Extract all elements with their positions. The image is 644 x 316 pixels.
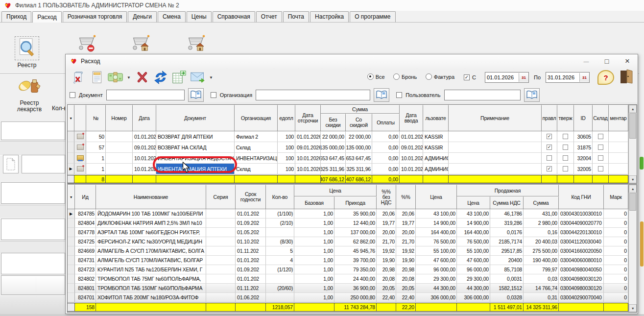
cell-id[interactable]: 824785 xyxy=(75,209,96,219)
cell-pct-bez-nds[interactable]: 21,70 xyxy=(377,237,396,246)
cancel-document-button[interactable] xyxy=(71,70,86,85)
cell-summa-nds[interactable]: 1582,1512 xyxy=(490,284,524,293)
cell-summa-nds[interactable]: 0,0176 xyxy=(490,228,524,237)
cell-srok-godnosti[interactable]: 01.01.202 xyxy=(236,274,266,284)
cell-nomer[interactable] xyxy=(106,131,133,142)
cell-podtverzh-checkbox[interactable] xyxy=(557,142,574,153)
cell-n[interactable]: 1 xyxy=(86,164,106,174)
cell-pct[interactable]: 19,92 xyxy=(396,246,416,256)
cell-id[interactable]: 824669 xyxy=(75,246,96,256)
cell-mark[interactable]: 0 xyxy=(604,256,628,265)
send-mail-dropdown-icon[interactable]: ▼ xyxy=(209,75,214,80)
cell-sklad-checkbox[interactable] xyxy=(593,153,609,164)
cell-organizaciya[interactable]: Филиал 2 xyxy=(235,131,278,142)
cell-cena[interactable]: 43 100,00 xyxy=(416,209,457,219)
cell-bazovaya[interactable]: 1,00 xyxy=(294,274,334,284)
cell-kod-gni[interactable]: 030041660020050 xyxy=(559,246,604,256)
cell-inventar[interactable] xyxy=(609,153,628,164)
close-button[interactable]: × xyxy=(617,54,638,68)
cell-pct[interactable]: 20,05 xyxy=(396,284,416,293)
cell-sklad-checkbox[interactable] xyxy=(593,142,609,153)
cell-pct[interactable]: 20,00 xyxy=(396,228,416,237)
main-tab[interactable]: О программе xyxy=(350,11,395,22)
cell-id[interactable]: 32004 xyxy=(574,153,593,164)
cell-nedopl[interactable]: 100 xyxy=(278,164,295,174)
item-row[interactable]: 824701 ХОФИТОЛ ТАБ 200МГ №180/РОЗА-ФИТОФ… xyxy=(68,293,637,302)
cell-pct-bez-nds[interactable]: 20,06 xyxy=(377,209,396,219)
cell-bazovaya[interactable]: 1,00 xyxy=(294,219,334,228)
cell-sklad-checkbox[interactable] xyxy=(593,131,609,142)
cell-srok-godnosti[interactable]: 01.09.202 xyxy=(236,219,266,228)
cell-prod-cena[interactable]: 76 500,00 xyxy=(457,237,490,246)
scope-radio-option[interactable]: Бронь xyxy=(393,73,417,80)
help-button[interactable]: ? xyxy=(597,70,614,85)
cell-pct[interactable]: 20,06 xyxy=(396,209,416,219)
cell-srok-godnosti[interactable]: 01.06.202 xyxy=(236,293,266,302)
cell-kod-gni[interactable]: 030040980030120 xyxy=(559,274,604,284)
main-tab[interactable]: Справочная xyxy=(213,11,255,22)
cell-cena[interactable]: 306 000,00 xyxy=(416,293,457,302)
cell-kol-vo[interactable]: (1/120) xyxy=(266,265,294,274)
cell-prod-cena[interactable]: 47 600,00 xyxy=(457,256,490,265)
cell-bez-skidki[interactable]: 653 647,45 xyxy=(321,153,346,164)
cell-cena[interactable]: 14 900,00 xyxy=(416,219,457,228)
cell-bazovaya[interactable]: 1,00 xyxy=(294,209,334,219)
cell-id[interactable]: 824778 xyxy=(75,228,96,237)
cell-prod-cena[interactable]: 43 100,00 xyxy=(457,209,490,219)
send-mail-button[interactable] xyxy=(190,70,206,85)
cell-summa[interactable]: 275 500,00 xyxy=(524,246,559,256)
cell-naimenovanie[interactable]: ЙОДОМАРИН 100 ТАБ 100МКГ №100/БЕРЛИ xyxy=(96,209,206,219)
scroll-up-icon[interactable]: ▲ xyxy=(629,105,637,113)
cell-podtverzh-checkbox[interactable] xyxy=(557,131,574,142)
cell-pct-bez-nds[interactable]: 19,90 xyxy=(377,256,396,265)
cell-prihoda[interactable]: 137 000,00 xyxy=(334,228,377,237)
cell-srok-godnosti[interactable]: 01.11.202 xyxy=(236,246,266,256)
lookup-book-button[interactable] xyxy=(374,88,389,102)
cell-seriya[interactable] xyxy=(206,256,236,265)
scope-radio-option[interactable]: Все xyxy=(367,73,385,80)
left-field-5[interactable] xyxy=(1,253,65,274)
cell-so-skidkoy[interactable]: 22 000,00 xyxy=(346,131,372,142)
cell-ispravl-checkbox[interactable] xyxy=(542,153,557,164)
cell-summa[interactable]: 0,16 xyxy=(524,228,559,237)
cell-podtverzh-checkbox[interactable] xyxy=(557,164,574,174)
cell-inventar[interactable] xyxy=(609,164,628,174)
cell-cena[interactable]: 164 400,00 xyxy=(416,228,457,237)
cell-bazovaya[interactable]: 1,00 xyxy=(294,237,334,246)
cell-summa-nds[interactable]: 85,7108 xyxy=(490,265,524,274)
cell-id[interactable]: 824804 xyxy=(75,219,96,228)
cell-bez-skidki[interactable]: 325 311,96 xyxy=(321,164,346,174)
cell-id[interactable]: 30605 xyxy=(574,131,593,142)
cell-summa-nds[interactable]: 0,0328 xyxy=(490,293,524,302)
cell-kod-gni[interactable]: 030041120030040 xyxy=(559,237,604,246)
s-checkbox-group[interactable]: ✓ С xyxy=(464,74,476,80)
cell-organizaciya[interactable]: Склад xyxy=(235,142,278,153)
cell-kol-vo[interactable]: (2/10) xyxy=(266,219,294,228)
payments-button[interactable] xyxy=(108,70,123,85)
dialog-titlebar[interactable]: Расход — □ × xyxy=(66,54,638,68)
cell-n[interactable]: 57 xyxy=(86,142,106,153)
items-scrollbar[interactable]: ▲ ▼ xyxy=(628,185,637,312)
cell-kol-vo[interactable] xyxy=(266,293,294,302)
exit-door-button[interactable] xyxy=(620,69,634,86)
cell-naimenovanie[interactable]: ФЕРСИНОЛ-Z КАПС №30/УОРЛД МЕДИЦИН xyxy=(96,237,206,246)
cell-nomer[interactable] xyxy=(106,153,133,164)
cell-ispravl-checkbox[interactable]: ✓ xyxy=(542,131,557,142)
cell-summa[interactable]: 20 400,03 xyxy=(524,237,559,246)
cell-mark[interactable]: 0 xyxy=(604,293,628,302)
cell-organizaciya[interactable]: Склад xyxy=(235,164,278,174)
cell-pct-bez-nds[interactable]: 22,40 xyxy=(377,293,396,302)
cell-ispravl-checkbox[interactable]: ✓ xyxy=(542,164,557,174)
cell-bez-skidki[interactable]: 22 000,00 xyxy=(321,131,346,142)
cell-srok-godnosti[interactable]: 01.11.202 xyxy=(236,284,266,293)
cell-nomer[interactable] xyxy=(106,164,133,174)
cell-prod-cena[interactable]: 14 900,00 xyxy=(457,219,490,228)
cell-bazovaya[interactable]: 1,00 xyxy=(294,228,334,237)
cell-summa-nds[interactable]: 319,286 xyxy=(490,219,524,228)
scroll-up-icon[interactable]: ▲ xyxy=(629,185,637,193)
cell-naimenovanie[interactable]: АЭРТАЛ ТАБ 100МГ №60/ГЕДЕОН РИХТЕР, xyxy=(96,228,206,237)
cell-summa[interactable]: 799,97 xyxy=(524,265,559,274)
cell-prod-cena[interactable]: 29 300,00 xyxy=(457,274,490,284)
delete-button[interactable] xyxy=(134,70,150,85)
cell-pct[interactable]: 19,77 xyxy=(396,219,416,228)
